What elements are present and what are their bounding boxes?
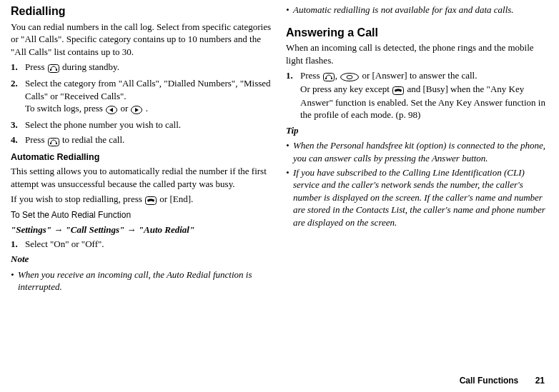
call-key-icon — [48, 61, 59, 74]
step-text: Select "On" or "Off". — [25, 238, 273, 251]
step-item: 2. Select the category from "All Calls",… — [11, 77, 273, 116]
tip-item: • If you have subscribed to the Calling … — [286, 166, 548, 229]
step-item: 1. Press , or [Answer] to answer the cal… — [286, 69, 548, 121]
call-key-icon — [323, 70, 335, 83]
center-key-icon — [340, 70, 359, 83]
left-column: Redialling You can redial numbers in the… — [11, 4, 273, 295]
right-key-icon — [131, 103, 142, 116]
end-key-icon — [145, 194, 157, 206]
tip-text: If you have subscribed to the Calling Li… — [293, 166, 548, 229]
bullet-icon: • — [286, 139, 293, 164]
right-column: • Automatic redialling is not available … — [286, 4, 548, 295]
answering-heading: Answering a Call — [286, 25, 548, 41]
to-set-heading: To Set the Auto Redial Function — [11, 209, 273, 221]
tip-item: • When the Personal handsfree kit (optio… — [286, 139, 548, 164]
note-text: When you receive an incoming call, the A… — [18, 268, 273, 293]
bullet-icon: • — [11, 268, 18, 293]
step-item: 3. Select the phone number you wish to c… — [11, 119, 273, 131]
tip-label: Tip — [286, 124, 548, 137]
step-number: 2. — [11, 77, 25, 116]
step-number: 1. — [286, 69, 300, 121]
left-key-icon — [106, 103, 117, 116]
step-text: Select the category from "All Calls", "D… — [25, 77, 273, 116]
step-number: 3. — [11, 119, 25, 131]
step-text: Press to redial the call. — [25, 134, 273, 147]
answering-intro: When an incoming call is detected, the p… — [286, 41, 548, 66]
step-item: 1. Select "On" or "Off". — [11, 238, 273, 251]
page-footer: Call Functions 21 — [460, 375, 545, 386]
footer-section: Call Functions — [460, 376, 519, 386]
bullet-icon: • — [286, 166, 293, 229]
step-text: Press , or [Answer] to answer the call. … — [300, 69, 548, 121]
bullet-icon: • — [286, 4, 293, 16]
page-content: Redialling You can redial numbers in the… — [0, 0, 559, 295]
step-item: 1. Press during standby. — [11, 61, 273, 74]
arrow-icon: → — [54, 224, 65, 235]
redialling-intro: You can redial numbers in the call log. … — [11, 21, 273, 59]
note-item: • Automatic redialling is not available … — [286, 4, 548, 16]
step-number: 4. — [11, 134, 25, 147]
step-text: Press during standby. — [25, 61, 273, 74]
note-item: • When you receive an incoming call, the… — [11, 268, 273, 293]
end-key-icon — [392, 84, 404, 96]
menu-path: "Settings" → "Call Settings" → "Auto Red… — [11, 223, 273, 236]
step-text: Select the phone number you wish to call… — [25, 119, 273, 131]
arrow-icon: → — [127, 224, 139, 235]
auto-redial-heading: Automatic Redialling — [11, 151, 273, 164]
redialling-heading: Redialling — [11, 4, 273, 19]
call-key-icon — [48, 135, 59, 148]
auto-redial-intro: This setting allows you to automatically… — [11, 165, 273, 190]
redialling-steps: 1. Press during standby. 2. Select the c… — [11, 61, 273, 147]
step-number: 1. — [11, 238, 25, 251]
note-text: Automatic redialling is not available fo… — [293, 4, 514, 16]
auto-redial-stop: If you wish to stop redialling, press or… — [11, 193, 273, 206]
step-number: 1. — [11, 61, 25, 74]
footer-page-number: 21 — [535, 376, 545, 386]
step-item: 4. Press to redial the call. — [11, 134, 273, 147]
note-label: Note — [11, 253, 273, 266]
tip-text: When the Personal handsfree kit (option)… — [293, 139, 548, 164]
